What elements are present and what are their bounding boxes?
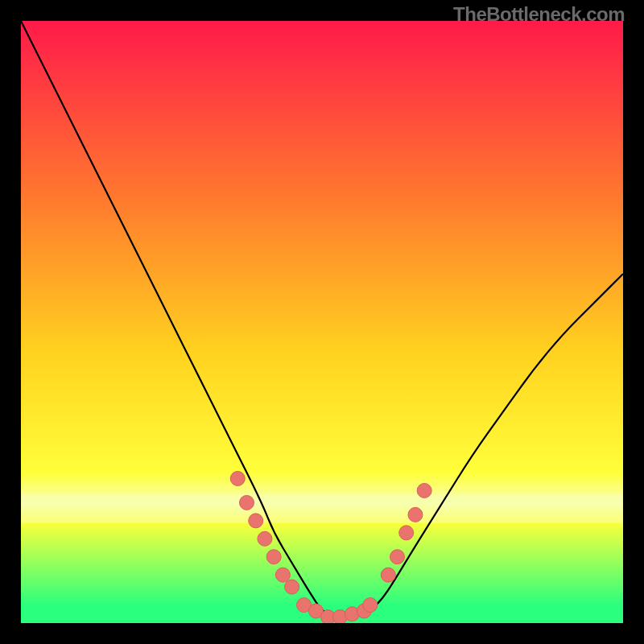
curve-marker — [390, 550, 405, 564]
curve-marker — [275, 568, 290, 582]
curve-marker — [266, 550, 281, 564]
plot-area — [21, 21, 623, 623]
gradient-background — [21, 21, 623, 623]
curve-marker — [240, 495, 254, 510]
highlight-band — [21, 494, 623, 523]
curve-marker — [249, 514, 263, 528]
chart-svg — [21, 21, 623, 623]
curve-marker — [408, 507, 423, 522]
curve-marker — [381, 568, 395, 582]
curve-marker — [258, 531, 272, 546]
curve-marker — [399, 526, 414, 540]
curve-marker — [230, 471, 245, 485]
curve-marker — [285, 580, 299, 594]
chart-frame: TheBottleneck.com — [0, 0, 644, 644]
curve-marker — [363, 598, 378, 613]
curve-marker — [417, 483, 431, 497]
